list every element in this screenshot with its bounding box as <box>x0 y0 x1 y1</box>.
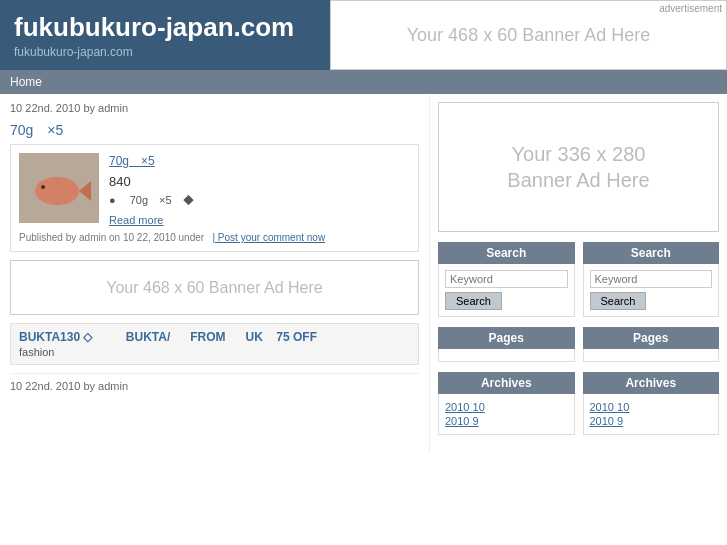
mid-banner-ad: Your 468 x 60 Banner Ad Here <box>10 260 419 315</box>
post-meta: 10 22nd. 2010 by admin <box>10 102 419 114</box>
post-inner: 70g ×5 840 ● 70g ×5 ◆ Read more <box>19 153 410 226</box>
archives-widgets-row: Archives 2010 102010 9 Archives 2010 102… <box>438 372 719 445</box>
cat-from: FROM <box>190 330 225 344</box>
post-comment-link[interactable]: | Post your comment now <box>212 232 325 243</box>
latest-meta: 10 22nd. 2010 by admin <box>10 380 128 392</box>
top-banner-ad: advertisement Your 468 x 60 Banner Ad He… <box>330 0 727 70</box>
search-widget-2-body: Search <box>583 264 720 317</box>
svg-point-3 <box>41 185 45 189</box>
post-footer: Published by admin on 10 22, 2010 under … <box>19 232 410 243</box>
latest-row: 10 22nd. 2010 by admin <box>10 373 419 392</box>
sidebar-big-banner-text: Your 336 x 280 Banner Ad Here <box>507 141 649 193</box>
mid-banner-text: Your 468 x 60 Banner Ad Here <box>106 279 322 297</box>
pages-widget-2-body <box>583 349 720 362</box>
pages-widget-2: Pages <box>583 327 720 362</box>
cat-title: BUKTA130 ◇ BUKTA/ FROM UK 75 OFF <box>19 330 410 344</box>
post-footer-text: Published by admin on 10 22, 2010 under <box>19 232 204 243</box>
top-banner-text: Your 468 x 60 Banner Ad Here <box>407 25 651 46</box>
archives-widget-1-title: Archives <box>438 372 575 394</box>
post-image <box>19 153 99 223</box>
sidebar: Your 336 x 280 Banner Ad Here Search Sea… <box>430 94 727 453</box>
post-title: 70g ×5 <box>10 122 419 140</box>
search-button-1[interactable]: Search <box>445 292 502 310</box>
post-text: 70g ×5 840 ● 70g ×5 ◆ Read more <box>109 153 194 226</box>
category-row: BUKTA130 ◇ BUKTA/ FROM UK 75 OFF fashion <box>10 323 419 365</box>
desc-text: 70g ×5 ◆ <box>119 194 194 206</box>
read-more-link[interactable]: Read more <box>109 214 194 226</box>
pages-widget-1-title: Pages <box>438 327 575 349</box>
main-content: 10 22nd. 2010 by admin 70g ×5 70g ×5 <box>0 94 727 453</box>
search-input-2[interactable] <box>590 270 713 288</box>
pages-widget-2-title: Pages <box>583 327 720 349</box>
search-widget-1-title: Search <box>438 242 575 264</box>
archives-widget-2-body: 2010 102010 9 <box>583 394 720 435</box>
cat-diamond: ◇ <box>83 330 92 344</box>
search-widget-1: Search Search <box>438 242 575 317</box>
pages-widgets-row: Pages Pages <box>438 327 719 372</box>
cat-sub: fashion <box>19 346 410 358</box>
search-button-2[interactable]: Search <box>590 292 647 310</box>
post-link[interactable]: 70g ×5 <box>109 154 155 168</box>
archive-link[interactable]: 2010 10 <box>590 400 713 414</box>
post-desc: ● 70g ×5 ◆ <box>109 193 194 208</box>
archives-widget-1-body: 2010 102010 9 <box>438 394 575 435</box>
desc-bullet: ● <box>109 194 116 206</box>
cat-discount: 75 OFF <box>276 330 317 344</box>
pages-widget-1: Pages <box>438 327 575 362</box>
archives-widget-1: Archives 2010 102010 9 <box>438 372 575 435</box>
post-box: 70g ×5 840 ● 70g ×5 ◆ Read more Publishe… <box>10 144 419 252</box>
cat-country: UK <box>246 330 263 344</box>
nav-home[interactable]: Home <box>10 75 42 89</box>
cat-path: BUKTA/ <box>126 330 170 344</box>
archive-link[interactable]: 2010 9 <box>445 414 568 428</box>
content-area: 10 22nd. 2010 by admin 70g ×5 70g ×5 <box>0 94 430 453</box>
pages-widget-1-body <box>438 349 575 362</box>
archive-link[interactable]: 2010 9 <box>590 414 713 428</box>
search-input-1[interactable] <box>445 270 568 288</box>
cat-name: BUKTA130 <box>19 330 80 344</box>
post-price: 840 <box>109 174 194 189</box>
search-widget-1-body: Search <box>438 264 575 317</box>
ad-label: advertisement <box>659 3 722 14</box>
site-url: fukubukuro-japan.com <box>14 45 316 59</box>
site-title-block: fukubukuro-japan.com fukubukuro-japan.co… <box>0 0 330 70</box>
site-name: fukubukuro-japan.com <box>14 12 316 43</box>
search-widget-2-title: Search <box>583 242 720 264</box>
archive-link[interactable]: 2010 10 <box>445 400 568 414</box>
archives-widget-2-title: Archives <box>583 372 720 394</box>
sidebar-big-banner: Your 336 x 280 Banner Ad Here <box>438 102 719 232</box>
nav-bar: Home <box>0 70 727 94</box>
archives-widget-2: Archives 2010 102010 9 <box>583 372 720 435</box>
search-widgets-row: Search Search Search Search <box>438 242 719 327</box>
search-widget-2: Search Search <box>583 242 720 317</box>
